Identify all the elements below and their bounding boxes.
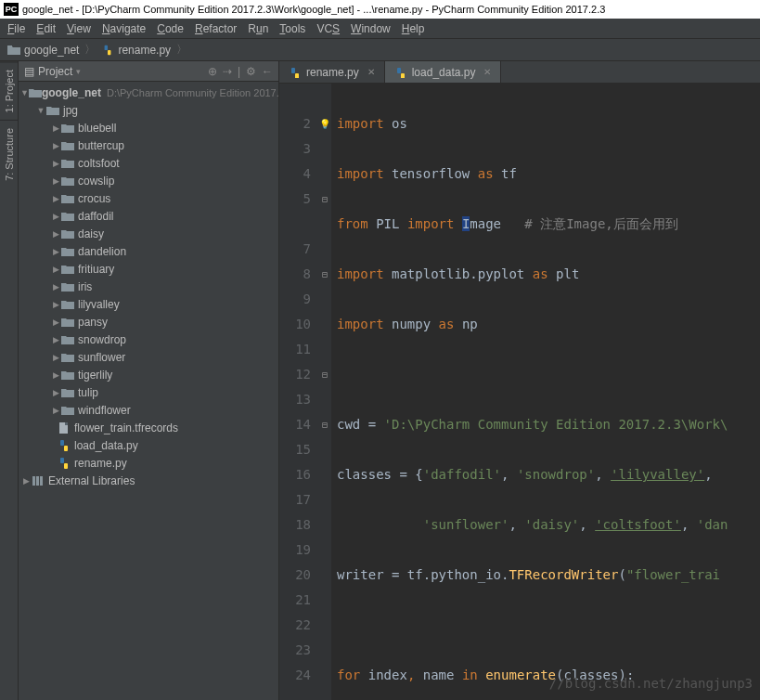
folder-icon [61,299,78,310]
folder-icon [61,193,78,204]
hide-icon[interactable]: ← [262,65,273,78]
close-icon[interactable]: ✕ [367,67,375,77]
tree-folder[interactable]: ▶buttercup [19,136,278,154]
tree-arrow-right-icon[interactable]: ▶ [50,212,61,221]
tree-folder[interactable]: ▶crocus [19,189,278,207]
fold-icon[interactable]: ⊟ [318,262,331,287]
tree-folder[interactable]: ▶tulip [19,383,278,401]
tree-arrow-right-icon[interactable]: ▶ [50,318,61,327]
tree-folder[interactable]: ▶iris [19,278,278,295]
folder-icon [61,352,78,363]
tree-folder[interactable]: ▶snowdrop [19,331,278,348]
fold-icon[interactable]: ⊟ [318,187,331,212]
menu-window[interactable]: Window [351,22,391,35]
fold-icon[interactable]: ⊟ [318,362,331,387]
tree-folder[interactable]: ▶daisy [19,225,278,242]
tool-tab-structure[interactable]: 7: Structure [0,120,18,188]
menu-help[interactable]: Help [402,22,425,35]
svg-rect-13 [397,68,401,73]
tree-folder[interactable]: ▶tigerlily [19,366,278,383]
menu-file[interactable]: File [7,22,25,35]
tree-arrow-down-icon[interactable]: ▼ [35,106,46,115]
scroll-to-icon[interactable]: ⇢ [223,65,232,78]
tree-folder[interactable]: ▶windflower [19,401,278,419]
file-icon [58,422,74,434]
tree-label: snowdrop [78,333,126,346]
tree-arrow-right-icon[interactable]: ▶ [50,141,61,150]
tree-arrow-right-icon[interactable]: ▶ [50,388,61,397]
tree-folder[interactable]: ▶pansy [19,313,278,331]
menu-tools[interactable]: Tools [279,22,305,35]
tree-arrow-right-icon[interactable]: ▶ [50,353,61,362]
menu-navigate[interactable]: Navigate [102,22,146,35]
breadcrumb-file[interactable]: rename.py [118,44,171,57]
tree-root[interactable]: ▼ google_net D:\PyCharm Community Editio… [19,84,278,101]
tree-folder[interactable]: ▶lilyvalley [19,295,278,313]
tree-arrow-right-icon[interactable]: ▶ [20,476,32,486]
tree-arrow-right-icon[interactable]: ▶ [50,229,61,239]
tree-external-libs[interactable]: ▶ External Libraries [19,472,278,489]
tree-file-loaddata[interactable]: load_data.py [19,436,278,454]
menu-refactor[interactable]: Refactor [195,22,237,35]
project-view-icon: ▤ [24,65,34,78]
fold-column[interactable]: 💡 ⊟ ⊟ ⊟ ⊟ [318,84,331,700]
project-tree[interactable]: ▼ google_net D:\PyCharm Community Editio… [19,82,278,700]
menu-code[interactable]: Code [157,22,184,35]
breadcrumb-project[interactable]: google_net [24,44,79,57]
tree-label: lilyvalley [78,298,120,311]
tree-folder[interactable]: ▶sunflower [19,348,278,366]
tab-rename[interactable]: rename.py ✕ [279,61,385,83]
tree-folder-jpg[interactable]: ▼ jpg [19,101,278,119]
tree-arrow-right-icon[interactable]: ▶ [50,300,61,309]
tree-arrow-right-icon[interactable]: ▶ [50,335,61,344]
tree-label: buttercup [78,139,124,152]
code-content[interactable]: import os import tensorflow as tf from P… [331,84,760,700]
menu-view[interactable]: View [67,22,91,35]
tree-folder[interactable]: ▶dandelion [19,242,278,260]
tree-folder[interactable]: ▶fritiuary [19,260,278,278]
tree-label: crocus [78,192,110,205]
tree-arrow-right-icon[interactable]: ▶ [50,370,61,380]
tool-tab-project[interactable]: 1: Project [0,61,18,120]
tree-label: coltsfoot [78,157,120,170]
gear-icon[interactable]: ⚙ [246,65,256,78]
tree-label: fritiuary [78,263,114,276]
line-gutter[interactable]: 2345 789101112131415161718192021222324 [279,84,318,700]
tree-file-tfrecords[interactable]: flower_train.tfrecords [19,419,278,436]
tree-arrow-right-icon[interactable]: ▶ [50,265,61,274]
tree-arrow-right-icon[interactable]: ▶ [50,159,61,168]
tree-folder[interactable]: ▶cowslip [19,172,278,189]
chevron-down-icon[interactable]: ▾ [76,67,81,76]
tree-arrow-down-icon[interactable]: ▼ [20,88,29,97]
folder-icon [61,405,78,416]
folder-icon [46,105,63,116]
tree-label: windflower [78,404,131,417]
tab-loaddata[interactable]: load_data.py ✕ [385,61,502,83]
project-panel-title[interactable]: Project [38,65,72,78]
menu-edit[interactable]: Edit [36,22,56,35]
bulb-icon[interactable]: 💡 [318,111,331,136]
tree-folder[interactable]: ▶bluebell [19,119,278,136]
tree-arrow-right-icon[interactable]: ▶ [50,176,61,186]
code-editor[interactable]: 2345 789101112131415161718192021222324 💡… [279,84,760,700]
tree-folder[interactable]: ▶daffodil [19,207,278,225]
tree-file-rename[interactable]: rename.py [19,454,278,472]
tree-arrow-right-icon[interactable]: ▶ [50,406,61,415]
tree-label: pansy [78,316,108,329]
library-icon [32,475,48,486]
menu-vcs[interactable]: VCS [316,22,340,35]
tree-folder[interactable]: ▶coltsfoot [19,154,278,172]
collapse-all-icon[interactable]: ⊕ [208,65,217,78]
tree-arrow-right-icon[interactable]: ▶ [50,123,61,133]
folder-icon [61,140,78,151]
tab-label: load_data.py [412,66,476,79]
tree-arrow-right-icon[interactable]: ▶ [50,194,61,203]
svg-rect-1 [108,50,110,55]
close-icon[interactable]: ✕ [483,67,491,77]
tree-arrow-right-icon[interactable]: ▶ [50,247,61,256]
window-title: google_net - [D:\PyCharm Community Editi… [22,4,605,15]
menu-run[interactable]: Run [248,22,268,35]
tree-arrow-right-icon[interactable]: ▶ [50,282,61,292]
tree-label: google_net [42,86,101,99]
fold-icon[interactable]: ⊟ [318,412,331,437]
